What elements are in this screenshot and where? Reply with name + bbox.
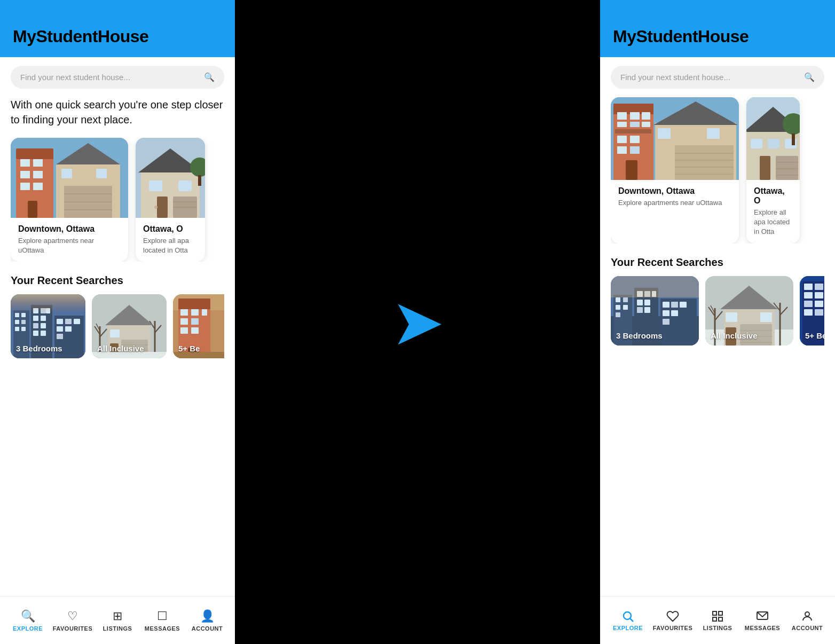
left-listing-info-1: Downtown, Ottawa Explore apartments near… bbox=[11, 218, 128, 262]
right-recent-label-2: All Inclusive bbox=[711, 331, 758, 340]
svg-rect-116 bbox=[760, 156, 770, 180]
svg-rect-52 bbox=[57, 326, 63, 332]
right-nav-messages-label: Messages bbox=[745, 625, 780, 631]
svg-rect-103 bbox=[675, 145, 734, 180]
left-recent-card-1[interactable]: 3 Bedrooms bbox=[11, 294, 85, 358]
svg-rect-114 bbox=[768, 139, 779, 148]
right-bottom-nav: Explore Favourites Listings Messages bbox=[600, 596, 835, 644]
svg-rect-162 bbox=[726, 312, 737, 322]
svg-rect-173 bbox=[804, 301, 813, 307]
right-nav-listings-label: Listings bbox=[703, 625, 732, 631]
svg-rect-22 bbox=[178, 180, 192, 191]
left-nav-favourites[interactable]: ♡ FAVOURITES bbox=[50, 609, 95, 632]
svg-rect-37 bbox=[21, 327, 26, 331]
svg-rect-17 bbox=[96, 169, 107, 178]
svg-rect-36 bbox=[15, 327, 19, 331]
svg-rect-50 bbox=[65, 319, 72, 324]
svg-rect-35 bbox=[21, 320, 26, 324]
svg-rect-137 bbox=[637, 307, 643, 313]
right-nav-favourites[interactable]: Favourites bbox=[650, 610, 695, 631]
left-listing-img-2 bbox=[136, 138, 205, 218]
svg-rect-42 bbox=[33, 316, 38, 321]
right-search-icon: 🔍 bbox=[804, 72, 815, 82]
right-nav-account[interactable]: Account bbox=[785, 610, 830, 631]
left-bottom-nav: 🔍 EXPLORE ♡ FAVOURITES ⊞ LISTINGS ☐ MESS… bbox=[0, 596, 235, 644]
left-listing-card-2[interactable]: Ottawa, O Explore all apa located in Ott… bbox=[136, 138, 205, 262]
left-explore-icon: 🔍 bbox=[21, 609, 35, 623]
right-listing-img-1 bbox=[611, 97, 739, 180]
right-listing-desc-1: Explore apartments near uOttawa bbox=[618, 198, 731, 208]
right-recent-label-1: 3 Bedrooms bbox=[616, 331, 663, 340]
left-listing-city-2: Ottawa, O bbox=[143, 224, 198, 234]
svg-rect-94 bbox=[630, 122, 640, 127]
svg-rect-83 bbox=[191, 327, 199, 334]
left-nav-explore-label: EXPLORE bbox=[13, 625, 43, 632]
svg-rect-143 bbox=[663, 310, 669, 316]
svg-rect-90 bbox=[617, 112, 627, 120]
left-search-bar[interactable]: Find your next student house... 🔍 bbox=[11, 66, 224, 89]
svg-rect-113 bbox=[751, 139, 762, 148]
svg-rect-170 bbox=[804, 292, 813, 299]
right-recent-row: 3 Bedrooms bbox=[611, 276, 824, 345]
right-account-icon bbox=[801, 610, 814, 623]
svg-rect-128 bbox=[616, 305, 620, 310]
right-header: MyStudentHouse bbox=[600, 0, 835, 57]
svg-rect-44 bbox=[33, 323, 38, 328]
left-nav-listings[interactable]: ⊞ LISTINGS bbox=[95, 609, 140, 632]
right-recent-card-1[interactable]: 3 Bedrooms bbox=[611, 276, 699, 345]
svg-rect-95 bbox=[642, 122, 650, 127]
right-recent-title: Your Recent Searches bbox=[611, 256, 824, 269]
right-listing-card-1[interactable]: Downtown, Ottawa Explore apartments near… bbox=[611, 97, 739, 244]
right-nav-messages[interactable]: Messages bbox=[740, 610, 785, 631]
svg-rect-7 bbox=[20, 183, 30, 190]
left-account-icon: 👤 bbox=[200, 609, 215, 623]
left-recent-card-3[interactable]: 5+ Be bbox=[173, 294, 224, 358]
svg-rect-76 bbox=[178, 299, 210, 309]
svg-rect-54 bbox=[57, 334, 63, 339]
svg-rect-21 bbox=[149, 180, 162, 191]
svg-rect-70 bbox=[110, 329, 120, 337]
svg-rect-78 bbox=[191, 309, 199, 316]
right-nav-favourites-label: Favourites bbox=[653, 625, 692, 631]
svg-rect-99 bbox=[630, 146, 640, 154]
left-recent-card-2[interactable]: All Inclusive bbox=[92, 294, 167, 358]
svg-point-185 bbox=[805, 612, 809, 616]
svg-rect-92 bbox=[642, 112, 650, 120]
svg-rect-47 bbox=[41, 331, 46, 336]
svg-rect-129 bbox=[623, 305, 628, 310]
right-listing-card-2[interactable]: Ottawa, O Explore all apa located in Ott… bbox=[746, 97, 800, 244]
right-nav-listings[interactable]: Listings bbox=[695, 610, 740, 631]
arrow-right-icon: ➤ bbox=[391, 290, 445, 354]
svg-rect-43 bbox=[41, 316, 46, 321]
svg-rect-82 bbox=[180, 327, 188, 334]
svg-line-179 bbox=[631, 618, 634, 622]
svg-rect-176 bbox=[804, 309, 813, 316]
left-tagline: With one quick search you're one step cl… bbox=[11, 97, 224, 127]
left-nav-account[interactable]: 👤 ACCOUNT bbox=[185, 609, 230, 632]
svg-rect-34 bbox=[15, 320, 19, 324]
left-listing-city-1: Downtown, Ottawa bbox=[18, 224, 121, 234]
right-search-bar[interactable]: Find your next student house... 🔍 bbox=[611, 66, 824, 89]
left-recent-label-1: 3 Bedrooms bbox=[16, 344, 62, 353]
svg-rect-141 bbox=[671, 302, 678, 308]
right-recent-card-3[interactable]: 5+ Be bbox=[800, 276, 824, 345]
svg-rect-81 bbox=[191, 318, 199, 325]
left-search-placeholder: Find your next student house... bbox=[20, 73, 130, 82]
svg-rect-146 bbox=[611, 276, 699, 297]
right-recent-card-2[interactable]: All Inclusive bbox=[705, 276, 793, 345]
right-nav-explore[interactable]: Explore bbox=[605, 610, 650, 631]
left-listing-card-1[interactable]: Downtown, Ottawa Explore apartments near… bbox=[11, 138, 128, 262]
svg-rect-53 bbox=[65, 326, 72, 332]
left-nav-explore[interactable]: 🔍 EXPLORE bbox=[5, 609, 50, 632]
svg-rect-79 bbox=[202, 309, 207, 316]
right-listing-img-2 bbox=[746, 97, 800, 180]
left-listings-row: Downtown, Ottawa Explore apartments near… bbox=[11, 138, 224, 262]
right-listing-info-2: Ottawa, O Explore all apa located in Ott… bbox=[746, 180, 800, 244]
left-content: Find your next student house... 🔍 With o… bbox=[0, 57, 235, 596]
svg-point-27 bbox=[154, 206, 157, 209]
svg-rect-142 bbox=[680, 302, 687, 308]
svg-rect-2 bbox=[16, 148, 53, 159]
svg-rect-167 bbox=[804, 284, 813, 290]
left-nav-messages[interactable]: ☐ MESSAGES bbox=[140, 609, 185, 632]
svg-rect-181 bbox=[719, 611, 722, 615]
